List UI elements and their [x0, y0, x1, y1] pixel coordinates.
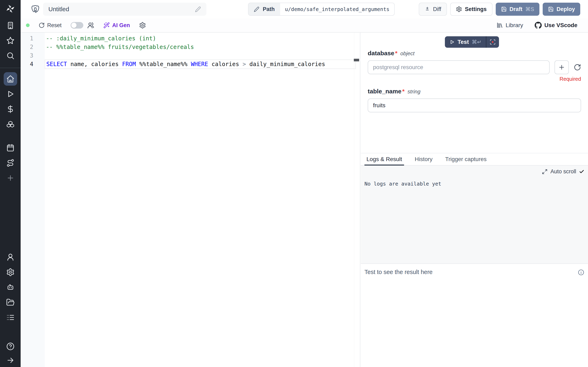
draft-label: Draft — [510, 6, 522, 12]
ai-gen-label: AI Gen — [112, 22, 130, 29]
deploy-button[interactable]: Deploy — [543, 3, 580, 16]
code-line-4-current[interactable]: SELECT name, calories FROM %%table_name%… — [45, 59, 356, 69]
library-label: Library — [506, 22, 523, 29]
scan-capture-icon — [490, 39, 496, 45]
code-line-1[interactable]: -- :daily_minimum_calories (int) — [45, 34, 356, 43]
sidebar-item-settings[interactable] — [4, 266, 17, 279]
path-control[interactable]: Path u/demo/safe_interpolated_arguments — [248, 3, 395, 16]
list-icon — [6, 313, 15, 322]
sidebar-item-help[interactable] — [4, 340, 17, 353]
table-name-field-label: table_name * string — [368, 88, 581, 95]
code-line-3[interactable] — [45, 51, 356, 60]
plus-icon — [558, 64, 565, 71]
gear-icon — [456, 6, 462, 12]
editor-toolbar: Reset AI Gen Library Use VScode — [21, 18, 588, 33]
sidebar-item-favorites[interactable] — [4, 34, 17, 47]
refresh-resources-button[interactable] — [574, 64, 581, 71]
editor-scrollbar-marker[interactable] — [354, 59, 359, 61]
sidebar-item-search[interactable] — [4, 49, 17, 62]
windmill-logo-icon[interactable] — [6, 4, 15, 13]
capture-button[interactable] — [486, 36, 499, 48]
play-icon — [6, 90, 15, 98]
sidebar-item-variables[interactable] — [4, 102, 17, 116]
reset-label: Reset — [47, 22, 62, 29]
star-icon — [6, 36, 15, 45]
checkmark-icon[interactable] — [579, 169, 584, 174]
sql-keyword: SELECT — [46, 61, 67, 67]
sidebar-item-user[interactable] — [4, 250, 17, 264]
sidebar-collapse-button[interactable] — [4, 354, 17, 367]
database-input[interactable] — [368, 60, 550, 74]
edit-title-pencil-icon[interactable] — [195, 6, 201, 12]
sidebar-item-workers[interactable] — [4, 281, 17, 294]
expand-icon — [542, 169, 548, 175]
library-icon — [496, 22, 503, 29]
multiplayer-toggle[interactable] — [71, 22, 83, 29]
reset-button[interactable]: Reset — [39, 22, 62, 29]
play-icon — [449, 39, 455, 45]
save-icon — [548, 6, 554, 12]
arrow-right-icon — [6, 356, 15, 364]
sql-text: name, calories — [67, 61, 122, 67]
line-number-current: 4 — [21, 60, 45, 68]
help-circle-icon — [6, 342, 15, 351]
postgresql-icon — [30, 4, 40, 14]
add-resource-button[interactable] — [554, 60, 569, 74]
script-settings-button[interactable] — [139, 22, 146, 29]
code-lines[interactable]: -- :daily_minimum_calories (int) -- %%ta… — [45, 33, 356, 69]
diff-icon — [424, 6, 430, 12]
script-title: Untitled — [48, 6, 195, 13]
ai-gen-button[interactable]: AI Gen — [103, 22, 130, 29]
home-icon — [6, 75, 15, 83]
sidebar-item-schedules[interactable] — [4, 141, 17, 155]
sidebar-item-create[interactable] — [4, 171, 17, 185]
sidebar-item-runs[interactable] — [4, 87, 17, 101]
deploy-label: Deploy — [557, 6, 575, 12]
tab-history[interactable]: History — [413, 153, 434, 165]
path-label: Path — [263, 6, 275, 12]
sidebar-item-home[interactable] — [4, 72, 17, 86]
tab-logs-result[interactable]: Logs & Result — [364, 153, 404, 165]
search-icon — [6, 51, 15, 60]
diff-button[interactable]: Diff — [419, 3, 447, 16]
sidebar-item-folders[interactable] — [4, 296, 17, 309]
sql-text: %%table_name%% — [136, 61, 191, 67]
auto-scroll-control[interactable]: Auto scroll — [364, 168, 584, 175]
sidebar — [0, 0, 21, 367]
plus-icon — [6, 174, 15, 182]
sidebar-item-workspace[interactable] — [4, 19, 17, 32]
arg-type: string — [407, 89, 421, 95]
github-icon — [535, 22, 542, 29]
code-line-2[interactable]: -- %%table_name%% fruits/vegetables/cere… — [45, 43, 356, 51]
draft-button[interactable]: Draft ⌘S — [496, 3, 539, 16]
line-number: 1 — [21, 34, 45, 43]
script-title-box[interactable]: Untitled — [43, 3, 207, 16]
result-hint: Test to see the result here — [364, 269, 433, 275]
path-label-segment[interactable]: Path — [249, 3, 280, 15]
calendar-icon — [6, 143, 15, 152]
tab-trigger-captures[interactable]: Trigger captures — [443, 153, 489, 165]
draft-shortcut: ⌘S — [525, 6, 534, 12]
sidebar-item-resources[interactable] — [4, 117, 17, 131]
settings-button[interactable]: Settings — [450, 3, 493, 16]
dollar-icon — [6, 105, 15, 113]
table-name-input[interactable] — [368, 99, 581, 112]
sql-operator: > — [242, 61, 246, 67]
arg-name: database — [368, 50, 394, 57]
bottom-tabs: Logs & Result History Trigger captures — [361, 153, 588, 166]
sql-keyword: WHERE — [191, 61, 208, 67]
sql-keyword: FROM — [122, 61, 136, 67]
result-pane: Test to see the result here — [361, 263, 588, 367]
building-icon — [6, 21, 15, 30]
info-icon[interactable] — [578, 269, 584, 276]
test-button[interactable]: Test ⌘↵ — [445, 36, 486, 48]
use-vscode-button[interactable]: Use VScode — [535, 22, 577, 29]
library-button[interactable]: Library — [496, 22, 523, 29]
sidebar-item-audit-logs[interactable] — [4, 311, 17, 324]
arg-name: table_name — [368, 88, 401, 95]
refresh-icon — [39, 22, 45, 28]
sidebar-item-triggers[interactable] — [4, 156, 17, 170]
code-editor[interactable]: 1 2 3 4 -- :daily_minimum_calories (int)… — [21, 33, 360, 367]
test-shortcut: ⌘↵ — [472, 39, 482, 45]
gear-icon — [139, 22, 146, 29]
